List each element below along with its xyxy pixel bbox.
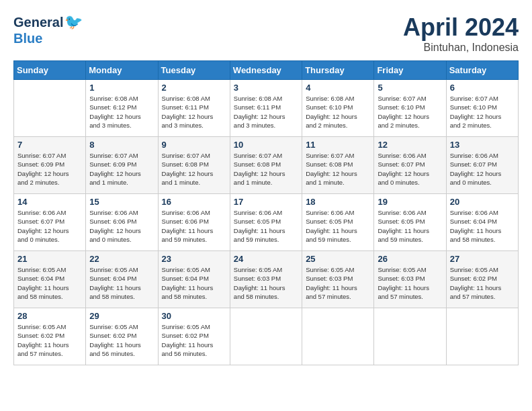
- calendar-cell: 21Sunrise: 6:05 AM Sunset: 6:04 PM Dayli…: [14, 251, 86, 308]
- calendar-cell: 22Sunrise: 6:05 AM Sunset: 6:04 PM Dayli…: [86, 251, 158, 308]
- logo-general: General: [13, 15, 63, 30]
- calendar-cell: 28Sunrise: 6:05 AM Sunset: 6:02 PM Dayli…: [14, 308, 86, 365]
- calendar-body: 1Sunrise: 6:08 AM Sunset: 6:12 PM Daylig…: [14, 80, 519, 365]
- calendar-cell: 19Sunrise: 6:06 AM Sunset: 6:05 PM Dayli…: [374, 194, 446, 251]
- calendar-cell: 16Sunrise: 6:06 AM Sunset: 6:06 PM Dayli…: [158, 194, 230, 251]
- day-info: Sunrise: 6:06 AM Sunset: 6:05 PM Dayligh…: [306, 208, 370, 244]
- calendar-cell: [302, 308, 374, 365]
- day-number: 24: [234, 254, 298, 264]
- day-number: 25: [306, 254, 370, 264]
- week-row-1: 1Sunrise: 6:08 AM Sunset: 6:12 PM Daylig…: [14, 80, 519, 137]
- calendar-cell: 9Sunrise: 6:07 AM Sunset: 6:08 PM Daylig…: [158, 137, 230, 194]
- column-header-tuesday: Tuesday: [158, 61, 230, 80]
- day-info: Sunrise: 6:05 AM Sunset: 6:04 PM Dayligh…: [89, 265, 154, 301]
- day-info: Sunrise: 6:05 AM Sunset: 6:02 PM Dayligh…: [89, 322, 154, 358]
- day-info: Sunrise: 6:06 AM Sunset: 6:07 PM Dayligh…: [450, 151, 515, 187]
- calendar-cell: 17Sunrise: 6:06 AM Sunset: 6:05 PM Dayli…: [230, 194, 302, 251]
- day-info: Sunrise: 6:05 AM Sunset: 6:03 PM Dayligh…: [306, 265, 370, 301]
- day-number: 20: [450, 197, 515, 207]
- day-number: 3: [234, 83, 298, 93]
- day-info: Sunrise: 6:05 AM Sunset: 6:02 PM Dayligh…: [17, 322, 82, 358]
- day-info: Sunrise: 6:07 AM Sunset: 6:10 PM Dayligh…: [378, 94, 442, 130]
- day-info: Sunrise: 6:07 AM Sunset: 6:09 PM Dayligh…: [89, 151, 154, 187]
- day-number: 18: [306, 197, 370, 207]
- calendar-cell: [14, 80, 86, 137]
- day-info: Sunrise: 6:07 AM Sunset: 6:10 PM Dayligh…: [450, 94, 515, 130]
- column-header-monday: Monday: [86, 61, 158, 80]
- calendar-cell: 27Sunrise: 6:05 AM Sunset: 6:02 PM Dayli…: [446, 251, 518, 308]
- week-row-2: 7Sunrise: 6:07 AM Sunset: 6:09 PM Daylig…: [14, 137, 519, 194]
- day-number: 11: [306, 140, 370, 150]
- calendar-cell: [230, 308, 302, 365]
- calendar-header: SundayMondayTuesdayWednesdayThursdayFrid…: [14, 61, 519, 80]
- logo-blue: Blue: [13, 31, 42, 46]
- day-info: Sunrise: 6:05 AM Sunset: 6:04 PM Dayligh…: [162, 265, 226, 301]
- day-number: 27: [450, 254, 515, 264]
- day-info: Sunrise: 6:07 AM Sunset: 6:08 PM Dayligh…: [162, 151, 226, 187]
- day-info: Sunrise: 6:08 AM Sunset: 6:10 PM Dayligh…: [306, 94, 370, 130]
- calendar-cell: 2Sunrise: 6:08 AM Sunset: 6:11 PM Daylig…: [158, 80, 230, 137]
- logo: General 🐦 Blue: [13, 13, 83, 46]
- week-row-3: 14Sunrise: 6:06 AM Sunset: 6:07 PM Dayli…: [14, 194, 519, 251]
- day-info: Sunrise: 6:07 AM Sunset: 6:08 PM Dayligh…: [306, 151, 370, 187]
- day-info: Sunrise: 6:06 AM Sunset: 6:06 PM Dayligh…: [162, 208, 226, 244]
- day-number: 10: [234, 140, 298, 150]
- day-number: 7: [17, 140, 82, 150]
- calendar-cell: 20Sunrise: 6:06 AM Sunset: 6:04 PM Dayli…: [446, 194, 518, 251]
- calendar-cell: 8Sunrise: 6:07 AM Sunset: 6:09 PM Daylig…: [86, 137, 158, 194]
- day-number: 22: [89, 254, 154, 264]
- day-number: 26: [378, 254, 442, 264]
- day-info: Sunrise: 6:06 AM Sunset: 6:05 PM Dayligh…: [378, 208, 442, 244]
- week-row-5: 28Sunrise: 6:05 AM Sunset: 6:02 PM Dayli…: [14, 308, 519, 365]
- calendar-cell: 1Sunrise: 6:08 AM Sunset: 6:12 PM Daylig…: [86, 80, 158, 137]
- calendar-cell: 23Sunrise: 6:05 AM Sunset: 6:04 PM Dayli…: [158, 251, 230, 308]
- day-number: 15: [89, 197, 154, 207]
- calendar-cell: 24Sunrise: 6:05 AM Sunset: 6:03 PM Dayli…: [230, 251, 302, 308]
- calendar-cell: 3Sunrise: 6:08 AM Sunset: 6:11 PM Daylig…: [230, 80, 302, 137]
- title-section: April 2024 Bintuhan, Indonesia: [403, 13, 519, 54]
- calendar-cell: 13Sunrise: 6:06 AM Sunset: 6:07 PM Dayli…: [446, 137, 518, 194]
- day-number: 4: [306, 83, 370, 93]
- calendar-cell: 12Sunrise: 6:06 AM Sunset: 6:07 PM Dayli…: [374, 137, 446, 194]
- day-info: Sunrise: 6:08 AM Sunset: 6:11 PM Dayligh…: [234, 94, 298, 130]
- day-number: 8: [89, 140, 154, 150]
- column-header-sunday: Sunday: [14, 61, 86, 80]
- column-header-thursday: Thursday: [302, 61, 374, 80]
- day-info: Sunrise: 6:08 AM Sunset: 6:12 PM Dayligh…: [89, 94, 154, 130]
- day-number: 5: [378, 83, 442, 93]
- calendar-cell: 7Sunrise: 6:07 AM Sunset: 6:09 PM Daylig…: [14, 137, 86, 194]
- day-number: 23: [162, 254, 226, 264]
- day-number: 21: [17, 254, 82, 264]
- day-number: 1: [89, 83, 154, 93]
- day-number: 16: [162, 197, 226, 207]
- day-number: 12: [378, 140, 442, 150]
- week-row-4: 21Sunrise: 6:05 AM Sunset: 6:04 PM Dayli…: [14, 251, 519, 308]
- column-header-saturday: Saturday: [446, 61, 518, 80]
- day-number: 30: [162, 311, 226, 321]
- calendar-cell: 10Sunrise: 6:07 AM Sunset: 6:08 PM Dayli…: [230, 137, 302, 194]
- header-row: SundayMondayTuesdayWednesdayThursdayFrid…: [14, 61, 519, 80]
- calendar-cell: [374, 308, 446, 365]
- day-number: 6: [450, 83, 515, 93]
- calendar-cell: 11Sunrise: 6:07 AM Sunset: 6:08 PM Dayli…: [302, 137, 374, 194]
- day-info: Sunrise: 6:07 AM Sunset: 6:08 PM Dayligh…: [234, 151, 298, 187]
- calendar-title: April 2024: [403, 13, 519, 42]
- day-info: Sunrise: 6:06 AM Sunset: 6:05 PM Dayligh…: [234, 208, 298, 244]
- calendar-cell: 6Sunrise: 6:07 AM Sunset: 6:10 PM Daylig…: [446, 80, 518, 137]
- calendar-cell: [446, 308, 518, 365]
- day-number: 9: [162, 140, 226, 150]
- day-info: Sunrise: 6:05 AM Sunset: 6:02 PM Dayligh…: [162, 322, 226, 358]
- day-info: Sunrise: 6:05 AM Sunset: 6:03 PM Dayligh…: [378, 265, 442, 301]
- logo-bird-icon: 🐦: [64, 13, 83, 31]
- day-info: Sunrise: 6:05 AM Sunset: 6:04 PM Dayligh…: [17, 265, 82, 301]
- day-number: 19: [378, 197, 442, 207]
- calendar-cell: 18Sunrise: 6:06 AM Sunset: 6:05 PM Dayli…: [302, 194, 374, 251]
- day-info: Sunrise: 6:07 AM Sunset: 6:09 PM Dayligh…: [17, 151, 82, 187]
- calendar-cell: 4Sunrise: 6:08 AM Sunset: 6:10 PM Daylig…: [302, 80, 374, 137]
- calendar-cell: 29Sunrise: 6:05 AM Sunset: 6:02 PM Dayli…: [86, 308, 158, 365]
- day-number: 28: [17, 311, 82, 321]
- day-info: Sunrise: 6:06 AM Sunset: 6:04 PM Dayligh…: [450, 208, 515, 244]
- day-number: 2: [162, 83, 226, 93]
- day-info: Sunrise: 6:05 AM Sunset: 6:03 PM Dayligh…: [234, 265, 298, 301]
- day-number: 13: [450, 140, 515, 150]
